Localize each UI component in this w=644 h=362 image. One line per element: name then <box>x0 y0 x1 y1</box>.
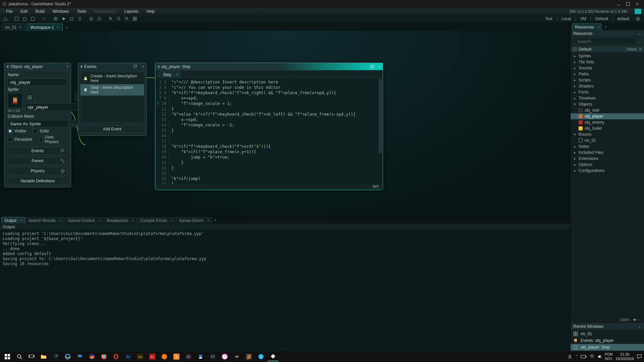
tree-folder-sprites[interactable]: ▸Sprites <box>571 53 644 59</box>
target-test[interactable]: Test <box>544 16 554 21</box>
taskbar-clock[interactable]: 21:2819/10/2018 <box>615 352 634 361</box>
opera-icon[interactable] <box>111 352 121 361</box>
menu-icon[interactable]: ≡ <box>639 47 641 52</box>
tree-folder-objects[interactable]: ▾Objects <box>571 101 644 107</box>
debug-icon[interactable] <box>52 15 59 22</box>
tree-folder-scripts[interactable]: ▸Scripts <box>571 77 644 83</box>
resources-tab[interactable]: Resources× <box>572 23 602 30</box>
close-tab-icon[interactable]: × <box>207 218 210 223</box>
volume-icon[interactable] <box>597 354 602 359</box>
fireworks-icon[interactable]: Fw <box>135 352 146 361</box>
object-name-input[interactable] <box>8 78 67 86</box>
dock-toggle-icon[interactable]: ⌄ <box>284 346 286 350</box>
zoom-out-icon[interactable] <box>123 15 130 22</box>
chevron-down-icon[interactable]: ⌄ <box>638 324 641 329</box>
sprite-preview[interactable] <box>8 93 22 108</box>
chevron-right-icon[interactable]: ▸ <box>573 156 577 161</box>
wifi-icon[interactable] <box>589 355 595 359</box>
collapse-icon[interactable] <box>6 65 8 68</box>
close-tab-icon[interactable]: × <box>19 25 22 30</box>
chevron-right-icon[interactable]: ▸ <box>573 72 577 76</box>
tree-item-obj_enemy[interactable]: obj_enemy <box>571 119 644 125</box>
new-project-icon[interactable] <box>13 15 20 22</box>
events-button[interactable]: Events <box>8 147 67 155</box>
close-tab-icon[interactable]: × <box>56 25 59 30</box>
sprite-swap-icon[interactable] <box>25 93 34 102</box>
menu-edit[interactable]: Edit <box>17 8 31 14</box>
tree-item-rm_01[interactable]: rm_01 <box>571 137 644 143</box>
add-event-button[interactable]: Add Event <box>80 125 144 133</box>
menu-layouts[interactable]: Layouts <box>121 8 142 14</box>
app-blue-icon[interactable] <box>195 352 206 361</box>
run-icon[interactable] <box>60 15 67 22</box>
taskview-icon[interactable] <box>26 352 37 361</box>
start-button[interactable] <box>2 352 13 361</box>
output-tab-syntax-errors[interactable]: Syntax Errors× <box>176 217 212 224</box>
chevron-right-icon[interactable]: ▸ <box>573 66 577 70</box>
mask-combo[interactable] <box>8 120 69 127</box>
ie-icon[interactable] <box>62 352 73 361</box>
target-default[interactable]: default <box>616 16 631 21</box>
tree-folder-tile-sets[interactable]: ▸Tile Sets <box>571 59 644 65</box>
checkbox-solid[interactable]: Solid <box>33 129 49 133</box>
tree-folder-notes[interactable]: ▸Notes <box>571 143 644 149</box>
search-dropdown-icon[interactable]: ⌄ <box>638 38 642 44</box>
tree-folder-fonts[interactable]: ▸Fonts <box>571 89 644 95</box>
gms-icon[interactable] <box>268 352 278 361</box>
recent-item[interactable]: rm_01 <box>571 330 644 337</box>
event-item[interactable]: Step - Insert description here <box>80 84 144 96</box>
target-default[interactable]: Default <box>594 16 609 21</box>
resource-tree[interactable]: ▸Sprites▸Tile Sets▸Sounds▸Paths▸Scripts▸… <box>571 52 644 316</box>
edge-icon[interactable] <box>74 352 85 361</box>
zoom-slider[interactable] <box>631 319 641 321</box>
sprite-name-combo[interactable] <box>25 103 87 111</box>
itunes-icon[interactable] <box>219 352 230 361</box>
chevron-right-icon[interactable]: ▸ <box>573 78 577 82</box>
code-content[interactable]: "c">/// @description Insert description … <box>169 78 383 184</box>
variable-definitions-button[interactable]: Variable Definitions… <box>8 177 67 185</box>
open-project-icon[interactable] <box>21 15 28 22</box>
filezilla-icon[interactable]: Fz <box>147 352 158 361</box>
chevron-right-icon[interactable]: ▸ <box>573 144 577 149</box>
events-panel[interactable]: Events × Create - Insert description her… <box>78 63 147 136</box>
event-list[interactable]: Create - Insert description hereStep - I… <box>80 72 144 123</box>
workspace-canvas[interactable]: Object: obj_player× Name: Sprite: 64 x 6… <box>0 31 570 216</box>
tree-folder-sounds[interactable]: ▸Sounds <box>571 65 644 71</box>
sublime-icon[interactable] <box>244 352 254 361</box>
clean-icon[interactable] <box>76 15 83 22</box>
close-tab-icon[interactable]: × <box>171 218 173 223</box>
help-icon[interactable]: ? <box>96 15 103 22</box>
discord-icon[interactable] <box>231 352 242 361</box>
resources-search-input[interactable] <box>575 38 636 45</box>
checkbox-visible[interactable]: Visible <box>8 129 26 133</box>
tree-folder-included-files[interactable]: ▸Included Files <box>571 149 644 156</box>
output-tab-breakpoints[interactable]: Breakpoints× <box>104 217 136 224</box>
output-tab-output[interactable]: Output× <box>1 217 25 224</box>
recent-windows-header[interactable]: Recent Windows⌄ <box>571 322 644 330</box>
tree-item-obj_player[interactable]: obj_player <box>571 113 644 119</box>
parent-button[interactable]: Parent <box>8 157 67 165</box>
target-settings-icon[interactable] <box>634 16 642 21</box>
close-tab-icon[interactable]: × <box>20 218 22 223</box>
add-tab-icon[interactable]: + <box>603 24 608 29</box>
close-tab-icon[interactable]: × <box>176 72 178 77</box>
system-tray[interactable]: ˄ PORINTL 21:2819/10/2018 <box>568 352 642 361</box>
zoom-in-icon[interactable] <box>107 15 114 22</box>
layout-icon[interactable] <box>131 15 138 22</box>
chevron-right-icon[interactable]: ▸ <box>573 150 577 155</box>
add-output-tab-icon[interactable]: + <box>213 218 218 223</box>
collapse-icon[interactable] <box>157 65 159 68</box>
maximize-button[interactable] <box>623 1 633 7</box>
skype-icon[interactable]: S <box>256 352 266 361</box>
chrome-icon[interactable] <box>99 352 109 361</box>
photoshop-icon[interactable]: Ps <box>123 352 133 361</box>
chevron-right-icon[interactable]: ▸ <box>573 90 577 95</box>
recent-windows-list[interactable]: rm_01Events: obj_playerobj_player: Step <box>571 330 644 351</box>
notifications-badge-icon[interactable] <box>635 9 641 14</box>
target-vm[interactable]: VM <box>579 16 588 21</box>
output-tab-source-control[interactable]: Source Control× <box>65 217 103 224</box>
chevron-right-icon[interactable]: ▸ <box>573 168 577 173</box>
chevron-right-icon[interactable]: ▸ <box>573 54 577 58</box>
menu-file[interactable]: File <box>3 8 16 14</box>
tree-item-obj_bullet[interactable]: obj_bullet <box>571 125 644 131</box>
